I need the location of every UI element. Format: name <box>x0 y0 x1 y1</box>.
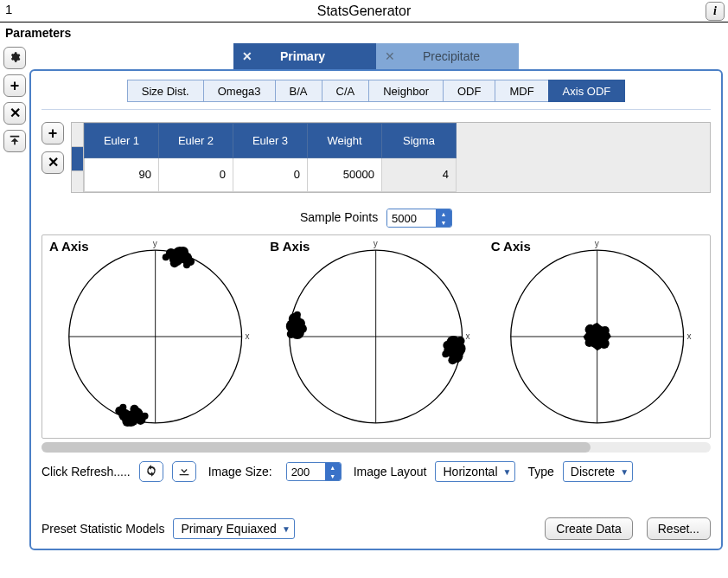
table-tools: + ✕ <box>42 122 64 193</box>
gear-icon <box>9 51 21 66</box>
spinner-arrows[interactable]: ▲▼ <box>436 209 451 227</box>
svg-point-20 <box>130 405 138 414</box>
divider <box>42 109 711 110</box>
sample-points-input[interactable] <box>387 209 436 227</box>
chevron-down-icon: ▼ <box>325 472 341 480</box>
tab-label: Primary <box>280 49 325 63</box>
tab-primary[interactable]: ✕ Primary <box>233 43 376 69</box>
col-euler3[interactable]: Euler 3 <box>233 124 308 158</box>
image-size-input[interactable] <box>287 463 325 480</box>
image-layout-value: Horizontal <box>443 465 497 478</box>
plot-b-axis: B Axis x y <box>268 239 483 436</box>
table-header-row: Euler 1 Euler 2 Euler 3 Weight Sigma <box>85 124 457 158</box>
svg-text:y: y <box>594 239 599 248</box>
plot-c-axis: C Axis x y <box>489 239 705 436</box>
svg-point-41 <box>449 356 457 364</box>
table-row[interactable]: 90 0 0 50000 4 <box>85 157 457 192</box>
save-image-button[interactable] <box>172 461 196 482</box>
table-row-gutter <box>72 123 84 192</box>
sample-points-label: Sample Points <box>300 210 378 224</box>
cell-euler2[interactable]: 0 <box>159 157 233 192</box>
cell-euler1[interactable]: 90 <box>85 157 159 192</box>
reset-button[interactable]: Reset... <box>647 517 711 540</box>
svg-point-51 <box>584 338 593 347</box>
col-euler1[interactable]: Euler 1 <box>85 124 159 158</box>
svg-point-34 <box>294 311 301 318</box>
info-button[interactable]: i <box>706 2 725 21</box>
cell-weight[interactable]: 50000 <box>308 157 382 192</box>
chevron-up-icon: ▲ <box>325 463 341 472</box>
col-weight[interactable]: Weight <box>308 124 382 158</box>
phase-tabs: ✕ Primary ✕ Precipitate <box>29 43 723 69</box>
image-size-label: Image Size: <box>208 465 272 478</box>
refresh-icon <box>144 464 158 480</box>
window-index: 1 <box>5 2 12 16</box>
svg-point-13 <box>183 261 190 268</box>
create-data-button[interactable]: Create Data <box>545 517 632 540</box>
svg-point-33 <box>298 324 307 333</box>
svg-point-22 <box>119 404 126 411</box>
tab-omega3[interactable]: Omega3 <box>203 80 276 102</box>
delete-row-button[interactable]: ✕ <box>42 151 64 174</box>
svg-text:x: x <box>246 331 250 341</box>
chevron-down-icon: ▼ <box>503 467 512 477</box>
tab-label: Precipitate <box>423 49 480 63</box>
tab-axis-odf[interactable]: Axis ODF <box>548 80 626 102</box>
svg-point-50 <box>584 324 595 335</box>
add-row-button[interactable]: + <box>42 122 64 144</box>
col-euler2[interactable]: Euler 2 <box>159 124 233 158</box>
main-panel: Size Dist. Omega3 B/A C/A Neighbor ODF M… <box>29 69 723 550</box>
cell-euler3[interactable]: 0 <box>233 157 308 192</box>
remove-phase-button[interactable]: ✕ <box>3 102 26 125</box>
tab-precipitate[interactable]: ✕ Precipitate <box>376 43 519 69</box>
refresh-button[interactable] <box>139 461 163 482</box>
chevron-down-icon: ▼ <box>436 218 451 227</box>
svg-point-9 <box>178 247 188 257</box>
plus-icon: + <box>10 78 20 93</box>
tab-ca[interactable]: C/A <box>322 80 370 102</box>
close-tab-icon[interactable]: ✕ <box>242 49 252 63</box>
euler-table[interactable]: Euler 1 Euler 2 Euler 3 Weight Sigma 90 … <box>71 122 711 193</box>
tab-neighbor[interactable]: Neighbor <box>368 80 444 102</box>
spinner-arrows[interactable]: ▲▼ <box>325 463 341 480</box>
settings-button[interactable] <box>3 47 26 69</box>
parameters-header: Parameters <box>0 22 728 43</box>
download-icon <box>177 464 191 480</box>
chevron-down-icon: ▼ <box>282 524 291 534</box>
preset-model-select[interactable]: Primary Equiaxed ▼ <box>173 518 294 539</box>
svg-point-52 <box>600 326 609 335</box>
sample-points-row: Sample Points ▲▼ <box>40 209 712 228</box>
svg-point-11 <box>170 259 179 267</box>
chevron-down-icon: ▼ <box>620 467 629 477</box>
sample-points-spinner[interactable]: ▲▼ <box>386 209 452 228</box>
type-value: Discrete <box>571 465 615 478</box>
add-phase-button[interactable]: + <box>3 74 26 97</box>
sub-tabs: Size Dist. Omega3 B/A C/A Neighbor ODF M… <box>40 80 712 102</box>
svg-point-32 <box>287 330 296 338</box>
arrow-top-icon <box>9 134 21 149</box>
refresh-label: Click Refresh..... <box>42 465 131 478</box>
tab-odf[interactable]: ODF <box>443 80 495 102</box>
tab-mdf[interactable]: MDF <box>495 80 548 102</box>
close-tab-icon[interactable]: ✕ <box>385 49 395 63</box>
row-selector[interactable] <box>72 147 83 171</box>
type-select[interactable]: Discrete ▼ <box>563 461 633 482</box>
preset-label: Preset Statistic Models <box>42 522 164 536</box>
plot-horizontal-scrollbar[interactable] <box>42 442 711 453</box>
svg-point-18 <box>122 416 132 427</box>
plus-icon: + <box>48 125 58 141</box>
scrollbar-thumb[interactable] <box>42 442 591 453</box>
svg-text:y: y <box>374 239 379 248</box>
tab-ba[interactable]: B/A <box>275 80 322 102</box>
image-size-spinner[interactable]: ▲▼ <box>286 462 342 481</box>
title-bar: 1 StatsGenerator i <box>0 0 728 22</box>
col-sigma[interactable]: Sigma <box>382 124 457 158</box>
plot-controls-row: Click Refresh..... Image Size: ▲▼ Image <box>42 461 711 482</box>
tab-size-dist[interactable]: Size Dist. <box>127 80 204 102</box>
cell-sigma[interactable]: 4 <box>382 157 457 192</box>
svg-text:x: x <box>466 331 470 341</box>
svg-point-39 <box>457 337 465 345</box>
move-top-button[interactable] <box>3 130 26 152</box>
pole-figure-box: A Axis x y <box>42 234 711 439</box>
image-layout-select[interactable]: Horizontal ▼ <box>435 461 515 482</box>
